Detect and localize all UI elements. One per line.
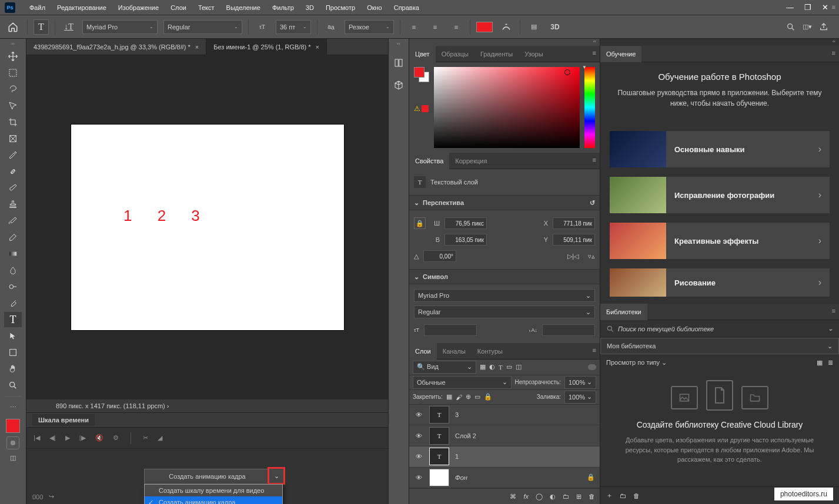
timeline-play-icon[interactable]: ▶	[65, 434, 70, 442]
learn-card[interactable]: Основные навыки›	[610, 131, 830, 167]
text-color-swatch[interactable]	[476, 22, 493, 32]
antialias-dropdown[interactable]: Резкое⌄	[345, 20, 394, 34]
align-right-icon[interactable]: ≡	[449, 19, 464, 35]
list-view-icon[interactable]: ≣	[828, 359, 833, 366]
websafe-swatch[interactable]	[422, 105, 429, 112]
tab-properties[interactable]: Свойства	[409, 153, 449, 169]
flip-v-icon[interactable]: ▿▵	[588, 253, 595, 260]
eyedropper-tool[interactable]	[4, 147, 22, 163]
timeline-convert-icon[interactable]: ↪	[49, 493, 54, 500]
hand-tool[interactable]	[4, 361, 22, 377]
collapse-panels-icon[interactable]: ‹‹	[600, 39, 839, 46]
panel-menu-icon[interactable]: ≡	[593, 49, 596, 56]
filter-pixel-icon[interactable]: ▦	[480, 363, 486, 371]
filter-smart-icon[interactable]: ◫	[516, 363, 522, 371]
panel-menu-icon[interactable]: ≡	[832, 4, 835, 11]
gamut-warn-icon[interactable]: ⚠	[414, 105, 420, 113]
delete-library-icon[interactable]: 🗑	[633, 492, 640, 499]
angle-input[interactable]	[423, 250, 456, 262]
hue-slider[interactable]	[584, 67, 595, 148]
panel-menu-icon[interactable]: ≡	[832, 49, 835, 56]
layer-row[interactable]: 👁TСлой 2	[409, 425, 600, 446]
menu-edit[interactable]: Редактирование	[51, 0, 112, 15]
window-restore-icon[interactable]: ❐	[804, 3, 811, 12]
panel-menu-icon[interactable]: ≡	[832, 307, 835, 314]
tab-color[interactable]: Цвет	[409, 46, 436, 62]
canvas-viewport[interactable]: 1 2 3	[26, 55, 388, 399]
menu-help[interactable]: Справка	[388, 0, 425, 15]
expand-strip-icon[interactable]: ‹‹	[389, 41, 409, 48]
menu-select[interactable]: Выделение	[220, 0, 266, 15]
shape-tool[interactable]	[4, 345, 22, 360]
window-minimize-icon[interactable]: —	[786, 3, 794, 12]
learn-card[interactable]: Креативные эффекты›	[610, 223, 830, 259]
grid-view-icon[interactable]: ▦	[817, 359, 823, 366]
close-tab-icon[interactable]: ×	[316, 43, 319, 51]
height-input[interactable]	[444, 234, 487, 246]
create-timeline-dropdown-icon[interactable]: ⌄	[268, 467, 285, 485]
dodge-tool[interactable]	[4, 279, 22, 294]
visibility-icon[interactable]: 👁	[414, 411, 423, 418]
tab-swatches[interactable]: Образцы	[436, 46, 474, 62]
chevron-down-icon[interactable]: ⌄	[661, 359, 667, 366]
timeline-first-frame-icon[interactable]: |◀	[34, 434, 40, 442]
timeline-menu-item-video[interactable]: Создать шкалу времени для видео	[145, 485, 282, 496]
tab-adjustments[interactable]: Коррекция	[449, 153, 493, 169]
delete-layer-icon[interactable]: 🗑	[589, 493, 595, 500]
tab-layers[interactable]: Слои	[409, 343, 437, 359]
home-icon[interactable]	[5, 19, 21, 35]
tab-learn[interactable]: Обучение	[600, 46, 641, 62]
crop-tool[interactable]	[4, 115, 22, 130]
color-field[interactable]	[434, 67, 580, 148]
align-center-icon[interactable]: ≡	[427, 19, 443, 35]
warp-text-icon[interactable]	[499, 19, 514, 35]
library-search[interactable]: Поиск по текущей библиотеке ⌄	[600, 320, 839, 338]
transform-accordion[interactable]: ⌄Перспектива↺	[409, 195, 600, 210]
timeline-split-icon[interactable]: ✂	[143, 434, 148, 442]
timeline-tab[interactable]: Шкала времени	[32, 414, 95, 426]
window-close-icon[interactable]: ✕	[822, 3, 828, 12]
text-orientation-icon[interactable]: ↓T	[61, 19, 76, 35]
new-layer-icon[interactable]: ⊞	[576, 493, 581, 500]
text-tool-icon[interactable]: T	[34, 19, 49, 35]
toolbox-expand-icon[interactable]: ››	[0, 41, 26, 48]
eraser-tool[interactable]	[4, 230, 22, 245]
document-tab[interactable]: 43982985691_f9aa273e2a_h.jpg @ 33,3% (RG…	[26, 39, 206, 55]
marquee-tool[interactable]	[4, 65, 22, 80]
add-to-library-icon[interactable]: ＋	[606, 491, 613, 500]
filter-toggle[interactable]	[588, 364, 596, 370]
group-icon[interactable]: 🗀	[563, 493, 569, 500]
lock-artboard-icon[interactable]: ▭	[474, 393, 480, 401]
blur-tool[interactable]	[4, 263, 22, 278]
layer-mask-icon[interactable]: ◯	[536, 493, 543, 500]
foreground-color-swatch[interactable]	[6, 419, 20, 433]
menu-view[interactable]: Просмотр	[320, 0, 361, 15]
brush-tool[interactable]	[4, 180, 22, 196]
learn-card[interactable]: Рисование›	[610, 268, 830, 297]
y-input[interactable]	[553, 234, 595, 246]
move-tool[interactable]	[4, 49, 22, 64]
quick-mask-icon[interactable]	[6, 436, 19, 449]
adjustment-layer-icon[interactable]: ◐	[550, 493, 556, 500]
char-font-dropdown[interactable]: Myriad Pro⌄	[414, 289, 595, 302]
menu-image[interactable]: Изображение	[112, 0, 165, 15]
blend-mode-dropdown[interactable]: Обычные⌄	[413, 376, 512, 389]
panel-icon-85[interactable]	[391, 55, 406, 70]
tab-channels[interactable]: Каналы	[437, 343, 472, 359]
frame-tool[interactable]	[4, 131, 22, 146]
close-tab-icon[interactable]: ×	[195, 43, 199, 51]
panel-icon-3d[interactable]	[391, 78, 406, 93]
library-dropdown[interactable]: Моя библиотека⌄	[600, 338, 839, 354]
menu-text[interactable]: Текст	[192, 0, 220, 15]
lock-all-icon[interactable]: 🔒	[484, 393, 492, 401]
timeline-audio-icon[interactable]: 🔇	[95, 434, 103, 442]
char-style-dropdown[interactable]: Regular⌄	[414, 305, 595, 318]
character-accordion[interactable]: ⌄Символ	[409, 269, 600, 284]
tab-paths[interactable]: Контуры	[472, 343, 509, 359]
opacity-input[interactable]: 100%⌄	[564, 376, 596, 389]
menu-window[interactable]: Окно	[361, 0, 388, 15]
lock-pos-icon[interactable]: ⊕	[466, 393, 471, 401]
gradient-tool[interactable]	[4, 246, 22, 261]
share-icon[interactable]	[819, 22, 828, 32]
collapse-panels-icon[interactable]: ‹‹	[409, 39, 600, 46]
